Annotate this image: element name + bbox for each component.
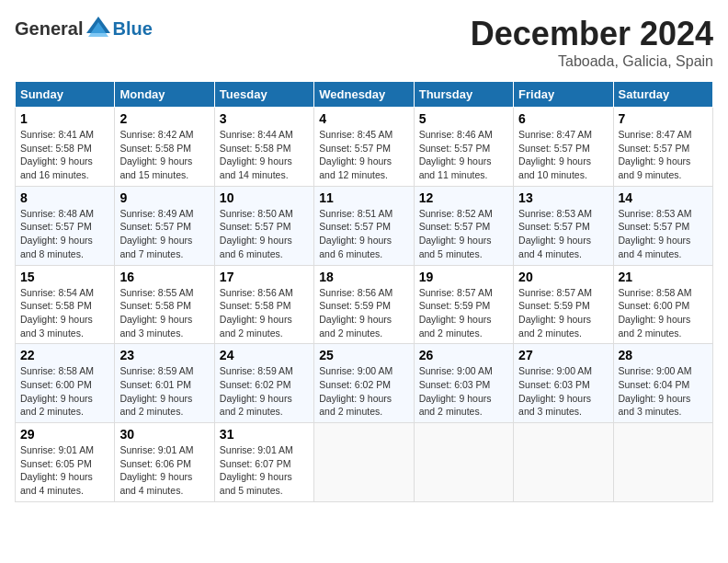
calendar-cell (613, 423, 712, 502)
day-number: 12 (419, 190, 508, 205)
weekday-header-tuesday: Tuesday (214, 82, 313, 108)
day-info: Sunrise: 8:56 AMSunset: 5:58 PMDaylight:… (220, 286, 309, 340)
calendar-cell (414, 423, 513, 502)
day-info: Sunrise: 8:53 AMSunset: 5:57 PMDaylight:… (518, 207, 608, 261)
day-number: 13 (518, 190, 608, 205)
day-info: Sunrise: 8:58 AMSunset: 6:00 PMDaylight:… (20, 364, 109, 419)
day-number: 30 (119, 427, 209, 442)
day-number: 23 (119, 348, 209, 362)
day-info: Sunrise: 8:46 AMSunset: 5:57 PMDaylight:… (419, 128, 508, 182)
day-number: 6 (518, 111, 608, 126)
day-number: 15 (20, 270, 109, 284)
day-info: Sunrise: 9:01 AMSunset: 6:06 PMDaylight:… (119, 443, 209, 498)
day-number: 28 (619, 348, 708, 362)
day-number: 3 (220, 111, 309, 126)
location-title: Taboada, Galicia, Spain (471, 53, 713, 70)
day-info: Sunrise: 8:41 AMSunset: 5:58 PMDaylight:… (20, 128, 109, 182)
day-number: 27 (518, 348, 608, 362)
day-info: Sunrise: 8:53 AMSunset: 5:57 PMDaylight:… (619, 207, 708, 261)
day-info: Sunrise: 8:55 AMSunset: 5:58 PMDaylight:… (119, 286, 209, 340)
day-number: 18 (319, 270, 408, 284)
calendar-cell: 10Sunrise: 8:50 AMSunset: 5:57 PMDayligh… (214, 186, 313, 265)
logo-general-text: General (15, 18, 83, 40)
day-info: Sunrise: 8:59 AMSunset: 6:02 PMDaylight:… (220, 364, 309, 419)
logo: General Blue (15, 15, 153, 42)
calendar-cell: 8Sunrise: 8:48 AMSunset: 5:57 PMDaylight… (16, 186, 115, 265)
calendar-cell: 29Sunrise: 9:01 AMSunset: 6:05 PMDayligh… (16, 423, 115, 502)
day-number: 25 (319, 348, 408, 362)
weekday-header-monday: Monday (115, 82, 214, 108)
day-info: Sunrise: 9:01 AMSunset: 6:05 PMDaylight:… (20, 443, 109, 498)
day-info: Sunrise: 8:44 AMSunset: 5:58 PMDaylight:… (220, 128, 309, 182)
calendar-cell: 17Sunrise: 8:56 AMSunset: 5:58 PMDayligh… (214, 265, 313, 344)
day-info: Sunrise: 9:00 AMSunset: 6:03 PMDaylight:… (518, 364, 608, 419)
calendar-cell (314, 423, 414, 502)
calendar-cell: 2Sunrise: 8:42 AMSunset: 5:58 PMDaylight… (115, 108, 214, 187)
weekday-header-saturday: Saturday (613, 82, 712, 108)
weekday-header-thursday: Thursday (414, 82, 513, 108)
day-number: 22 (20, 348, 109, 362)
calendar-cell: 28Sunrise: 9:00 AMSunset: 6:04 PMDayligh… (613, 344, 712, 423)
day-info: Sunrise: 8:57 AMSunset: 5:59 PMDaylight:… (518, 286, 608, 340)
day-number: 24 (220, 348, 309, 362)
day-number: 7 (619, 111, 708, 126)
day-number: 9 (119, 190, 209, 205)
calendar-cell: 18Sunrise: 8:56 AMSunset: 5:59 PMDayligh… (314, 265, 414, 344)
day-number: 5 (419, 111, 508, 126)
calendar-cell: 13Sunrise: 8:53 AMSunset: 5:57 PMDayligh… (514, 186, 613, 265)
day-number: 14 (619, 190, 708, 205)
day-number: 29 (20, 427, 109, 442)
calendar-cell: 6Sunrise: 8:47 AMSunset: 5:57 PMDaylight… (514, 108, 613, 187)
day-number: 17 (220, 270, 309, 284)
calendar-cell (514, 423, 613, 502)
day-info: Sunrise: 8:58 AMSunset: 6:00 PMDaylight:… (619, 286, 708, 340)
day-number: 10 (220, 190, 309, 205)
calendar-cell: 26Sunrise: 9:00 AMSunset: 6:03 PMDayligh… (414, 344, 513, 423)
calendar-table: SundayMondayTuesdayWednesdayThursdayFrid… (15, 81, 713, 502)
day-info: Sunrise: 8:42 AMSunset: 5:58 PMDaylight:… (119, 128, 209, 182)
calendar-cell: 23Sunrise: 8:59 AMSunset: 6:01 PMDayligh… (115, 344, 214, 423)
calendar-cell: 7Sunrise: 8:47 AMSunset: 5:57 PMDaylight… (613, 108, 712, 187)
day-number: 20 (518, 270, 608, 284)
day-info: Sunrise: 8:52 AMSunset: 5:57 PMDaylight:… (419, 207, 508, 261)
calendar-cell: 16Sunrise: 8:55 AMSunset: 5:58 PMDayligh… (115, 265, 214, 344)
day-number: 8 (20, 190, 109, 205)
calendar-cell: 27Sunrise: 9:00 AMSunset: 6:03 PMDayligh… (514, 344, 613, 423)
calendar-cell: 21Sunrise: 8:58 AMSunset: 6:00 PMDayligh… (613, 265, 712, 344)
calendar-cell: 20Sunrise: 8:57 AMSunset: 5:59 PMDayligh… (514, 265, 613, 344)
weekday-header-friday: Friday (514, 82, 613, 108)
day-info: Sunrise: 8:54 AMSunset: 5:58 PMDaylight:… (20, 286, 109, 340)
day-info: Sunrise: 8:50 AMSunset: 5:57 PMDaylight:… (220, 207, 309, 261)
calendar-cell: 5Sunrise: 8:46 AMSunset: 5:57 PMDaylight… (414, 108, 513, 187)
calendar-cell: 31Sunrise: 9:01 AMSunset: 6:07 PMDayligh… (214, 423, 313, 502)
day-info: Sunrise: 8:48 AMSunset: 5:57 PMDaylight:… (20, 207, 109, 261)
day-info: Sunrise: 9:01 AMSunset: 6:07 PMDaylight:… (220, 443, 309, 498)
day-number: 11 (319, 190, 408, 205)
logo-blue-text: Blue (112, 18, 152, 40)
day-number: 26 (419, 348, 508, 362)
weekday-header-wednesday: Wednesday (314, 82, 414, 108)
day-info: Sunrise: 8:47 AMSunset: 5:57 PMDaylight:… (619, 128, 708, 182)
day-number: 4 (319, 111, 408, 126)
logo-icon (85, 15, 112, 42)
calendar-cell: 1Sunrise: 8:41 AMSunset: 5:58 PMDaylight… (16, 108, 115, 187)
day-number: 1 (20, 111, 109, 126)
page-header: General Blue December 2024 Taboada, Gali… (15, 15, 713, 70)
calendar-cell: 30Sunrise: 9:01 AMSunset: 6:06 PMDayligh… (115, 423, 214, 502)
calendar-cell: 25Sunrise: 9:00 AMSunset: 6:02 PMDayligh… (314, 344, 414, 423)
day-number: 16 (119, 270, 209, 284)
weekday-header-sunday: Sunday (16, 82, 115, 108)
day-info: Sunrise: 8:51 AMSunset: 5:57 PMDaylight:… (319, 207, 408, 261)
day-info: Sunrise: 8:56 AMSunset: 5:59 PMDaylight:… (319, 286, 408, 340)
calendar-cell: 11Sunrise: 8:51 AMSunset: 5:57 PMDayligh… (314, 186, 414, 265)
day-number: 2 (119, 111, 209, 126)
day-number: 21 (619, 270, 708, 284)
title-block: December 2024 Taboada, Galicia, Spain (471, 15, 713, 70)
day-info: Sunrise: 8:47 AMSunset: 5:57 PMDaylight:… (518, 128, 608, 182)
day-info: Sunrise: 9:00 AMSunset: 6:04 PMDaylight:… (619, 364, 708, 419)
calendar-cell: 9Sunrise: 8:49 AMSunset: 5:57 PMDaylight… (115, 186, 214, 265)
day-number: 19 (419, 270, 508, 284)
calendar-cell: 24Sunrise: 8:59 AMSunset: 6:02 PMDayligh… (214, 344, 313, 423)
calendar-cell: 3Sunrise: 8:44 AMSunset: 5:58 PMDaylight… (214, 108, 313, 187)
day-info: Sunrise: 9:00 AMSunset: 6:03 PMDaylight:… (419, 364, 508, 419)
